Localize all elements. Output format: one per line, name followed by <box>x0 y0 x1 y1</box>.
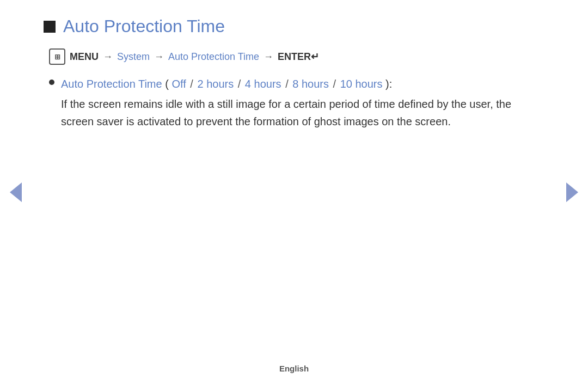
sep-1: / <box>190 78 196 90</box>
bullet-text: Auto Protection Time ( Off / 2 hours / 4… <box>61 76 544 92</box>
menu-keyword: MENU <box>70 51 99 63</box>
enter-key: ENTER↵ <box>278 51 319 63</box>
description-text: If the screen remains idle with a still … <box>61 95 544 130</box>
bullet-content: Auto Protection Time ( Off / 2 hours / 4… <box>61 76 544 130</box>
title-row: Auto Protection Time <box>44 16 544 36</box>
page-title: Auto Protection Time <box>63 16 225 36</box>
bullet-dot <box>49 80 54 85</box>
path-system: System <box>117 51 150 63</box>
arrow-2: → <box>154 51 164 63</box>
option-10h: 10 hours <box>340 78 383 90</box>
bullet-section: Auto Protection Time ( Off / 2 hours / 4… <box>49 76 544 130</box>
option-2h: 2 hours <box>197 78 234 90</box>
option-off: Off <box>171 78 186 90</box>
option-4h: 4 hours <box>245 78 281 90</box>
title-icon <box>44 21 56 33</box>
option-8h: 8 hours <box>292 78 329 90</box>
sep-2: / <box>238 78 244 90</box>
nav-right-button[interactable] <box>566 182 578 202</box>
footer-language: English <box>279 364 309 373</box>
menu-icon: ⊞ <box>49 48 65 65</box>
term-label: Auto Protection Time <box>61 78 162 90</box>
paren-open: ( <box>165 78 169 90</box>
arrow-1: → <box>103 51 113 63</box>
page-container: Auto Protection Time ⊞ MENU → System → A… <box>0 0 588 384</box>
paren-close: ): <box>385 78 392 90</box>
nav-left-button[interactable] <box>10 182 22 202</box>
sep-3: / <box>285 78 291 90</box>
arrow-3: → <box>264 51 273 63</box>
sep-4: / <box>333 78 339 90</box>
bullet-row: Auto Protection Time ( Off / 2 hours / 4… <box>49 76 544 130</box>
menu-path: ⊞ MENU → System → Auto Protection Time →… <box>49 48 544 65</box>
path-apt: Auto Protection Time <box>168 51 259 63</box>
